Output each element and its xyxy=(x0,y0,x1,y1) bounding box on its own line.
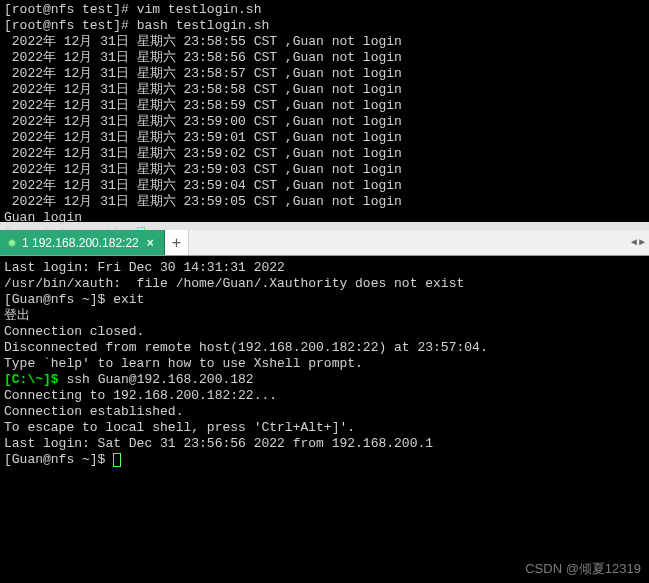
terminal-line: To escape to local shell, press 'Ctrl+Al… xyxy=(4,420,645,436)
terminal-line: 登出 xyxy=(4,308,645,324)
terminal-line: Last login: Sat Dec 31 23:56:56 2022 fro… xyxy=(4,436,645,452)
terminal-line: Connecting to 192.168.200.182:22... xyxy=(4,388,645,404)
tab-close-button[interactable]: × xyxy=(145,235,156,251)
status-dot-icon xyxy=(8,239,16,247)
terminal-line: [Guan@nfs ~]$ exit xyxy=(4,292,645,308)
terminal-line: Disconnected from remote host(192.168.20… xyxy=(4,340,645,356)
terminal-line: [root@nfs test]# bash testlogin.sh xyxy=(4,18,645,34)
command-text: vim testlogin.sh xyxy=(137,2,262,17)
tab-scroll-arrows: ◄ ► xyxy=(631,230,645,255)
terminal-line: 2022年 12月 31日 星期六 23:59:00 CST ,Guan not… xyxy=(4,114,645,130)
terminal-line: 2022年 12月 31日 星期六 23:58:56 CST ,Guan not… xyxy=(4,50,645,66)
terminal-line: 2022年 12月 31日 星期六 23:58:59 CST ,Guan not… xyxy=(4,98,645,114)
terminal-line: Connection closed. xyxy=(4,324,645,340)
chevron-left-icon[interactable]: ◄ xyxy=(631,235,637,251)
command-text: ssh Guan@192.168.200.182 xyxy=(66,372,253,387)
terminal-line: [C:\~]$ ssh Guan@192.168.200.182 xyxy=(4,372,645,388)
watermark-text: CSDN @倾夏12319 xyxy=(525,561,641,577)
terminal-bottom-pane[interactable]: Last login: Fri Dec 30 14:31:31 2022 /us… xyxy=(0,256,649,472)
terminal-line: /usr/bin/xauth: file /home/Guan/.Xauthor… xyxy=(4,276,645,292)
tab-bar: 1 192.168.200.182:22 × + ◄ ► xyxy=(0,230,649,256)
command-text: bash testlogin.sh xyxy=(137,18,270,33)
remote-prompt: [Guan@nfs ~]$ xyxy=(4,452,113,467)
terminal-line: 2022年 12月 31日 星期六 23:58:55 CST ,Guan not… xyxy=(4,34,645,50)
terminal-line: [Guan@nfs ~]$ xyxy=(4,452,645,468)
terminal-line: [root@nfs test]# vim testlogin.sh xyxy=(4,2,645,18)
terminal-line: 2022年 12月 31日 星期六 23:59:03 CST ,Guan not… xyxy=(4,162,645,178)
new-tab-button[interactable]: + xyxy=(165,230,189,255)
shell-prompt: [root@nfs test]# xyxy=(4,18,137,33)
cursor-icon xyxy=(113,453,121,467)
terminal-top-pane[interactable]: [root@nfs test]# vim testlogin.sh [root@… xyxy=(0,0,649,222)
chevron-right-icon[interactable]: ► xyxy=(639,235,645,251)
session-tab[interactable]: 1 192.168.200.182:22 × xyxy=(0,230,165,255)
terminal-line: Last login: Fri Dec 30 14:31:31 2022 xyxy=(4,260,645,276)
terminal-line: 2022年 12月 31日 星期六 23:59:02 CST ,Guan not… xyxy=(4,146,645,162)
shell-prompt: [root@nfs test]# xyxy=(4,2,137,17)
terminal-line: 2022年 12月 31日 星期六 23:59:01 CST ,Guan not… xyxy=(4,130,645,146)
terminal-line: Type `help' to learn how to use Xshell p… xyxy=(4,356,645,372)
tab-label: 1 192.168.200.182:22 xyxy=(22,235,139,251)
terminal-line: 2022年 12月 31日 星期六 23:59:05 CST ,Guan not… xyxy=(4,194,645,210)
terminal-line: 2022年 12月 31日 星期六 23:59:04 CST ,Guan not… xyxy=(4,178,645,194)
local-prompt: [C:\~]$ xyxy=(4,372,66,387)
terminal-line: 2022年 12月 31日 星期六 23:58:57 CST ,Guan not… xyxy=(4,66,645,82)
terminal-line: Connection established. xyxy=(4,404,645,420)
terminal-line: 2022年 12月 31日 星期六 23:58:58 CST ,Guan not… xyxy=(4,82,645,98)
